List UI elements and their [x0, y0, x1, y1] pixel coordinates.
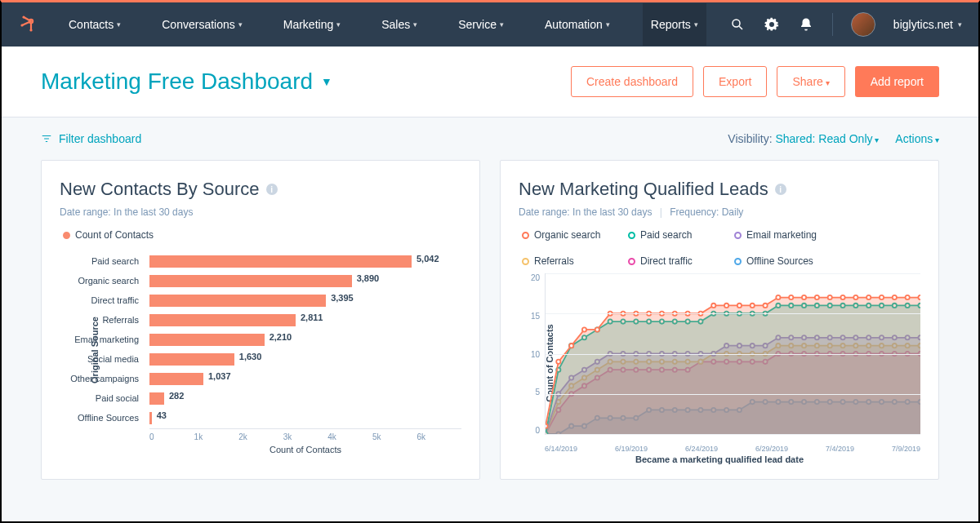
chevron-down-icon: ▾: [606, 20, 610, 29]
svg-point-159: [582, 327, 586, 331]
x-tick: 6/14/2019: [545, 445, 577, 453]
bar-value-label: 3,395: [331, 293, 354, 303]
bar-value-label: 2,210: [270, 332, 292, 342]
svg-point-160: [595, 327, 599, 331]
x-tick: 6/29/2019: [755, 445, 788, 453]
bar-category-label: Organic search: [60, 276, 145, 286]
account-switcher[interactable]: biglytics.net▾: [893, 18, 962, 31]
add-report-button[interactable]: Add report: [855, 66, 939, 97]
bar-category-label: Paid social: [60, 393, 145, 403]
card-title: New Marketing Qualified Leads i: [519, 179, 920, 200]
nav-divider: [832, 13, 833, 36]
bar-row: Direct traffic3,395: [149, 291, 461, 309]
actions-dropdown[interactable]: Actions: [895, 132, 939, 145]
y-tick: 15: [531, 312, 540, 321]
bar-category-label: Social media: [60, 354, 145, 364]
visibility-dropdown[interactable]: Shared: Read Only: [775, 132, 879, 145]
chevron-down-icon: ▾: [117, 20, 121, 29]
bar-category-label: Other campaigns: [60, 374, 145, 383]
x-tick: 6k: [416, 432, 461, 441]
bar-category-label: Paid search: [60, 256, 145, 266]
bar-value-label: 3,890: [357, 273, 380, 283]
bar-row: Email marketing2,210: [149, 330, 461, 348]
y-tick: 0: [535, 426, 540, 435]
bar-category-label: Direct traffic: [60, 295, 145, 305]
svg-point-183: [893, 295, 897, 299]
legend-item[interactable]: Organic search: [522, 229, 612, 241]
dashboard-title-dropdown[interactable]: Marketing Free Dashboard ▼: [41, 69, 332, 95]
svg-point-178: [828, 295, 832, 299]
svg-point-170: [724, 304, 728, 308]
bar-category-label: Offline Sources: [60, 413, 145, 423]
svg-point-171: [737, 304, 742, 308]
x-tick: 6/24/2019: [685, 445, 718, 453]
chevron-down-icon: ▾: [500, 20, 504, 29]
y-tick: 10: [531, 350, 540, 359]
chevron-down-icon: ▾: [238, 20, 243, 29]
chevron-down-icon: ▾: [413, 20, 417, 29]
top-navigation: Contacts▾Conversations▾Marketing▾Sales▾S…: [2, 2, 978, 47]
y-tick: 20: [531, 273, 540, 282]
svg-point-4: [29, 29, 32, 31]
svg-point-181: [866, 295, 871, 299]
svg-point-174: [776, 295, 780, 299]
nav-item-marketing[interactable]: Marketing▾: [275, 3, 349, 46]
nav-item-sales[interactable]: Sales▾: [373, 3, 425, 46]
bar-value-label: 2,811: [301, 312, 323, 322]
x-tick: 7/4/2019: [826, 445, 854, 453]
svg-point-177: [815, 295, 819, 299]
card-meta: Date range: In the last 30 days | Freque…: [519, 206, 920, 218]
x-tick: 7/9/2019: [892, 445, 920, 453]
x-tick: 3k: [283, 432, 328, 441]
gear-icon[interactable]: [764, 16, 780, 33]
svg-point-156: [546, 424, 548, 428]
bar-row: Other campaigns1,037: [149, 370, 461, 388]
bar-value-label: 1,630: [239, 352, 262, 361]
hubspot-logo-icon[interactable]: [18, 15, 38, 34]
x-axis-label: Became a marketing qualified lead date: [519, 454, 920, 464]
share-button[interactable]: Share: [777, 66, 844, 97]
svg-point-172: [751, 304, 755, 308]
bar-row: Paid search5,042: [149, 252, 461, 270]
svg-point-158: [569, 343, 573, 348]
create-dashboard-button[interactable]: Create dashboard: [571, 66, 693, 97]
svg-point-179: [840, 295, 844, 299]
export-button[interactable]: Export: [703, 66, 767, 97]
nav-item-service[interactable]: Service▾: [450, 3, 512, 46]
svg-point-175: [789, 295, 793, 299]
legend-item[interactable]: Email marketing: [734, 229, 824, 241]
svg-point-180: [853, 295, 858, 299]
bar-row: Social media1,630: [149, 350, 461, 368]
nav-item-conversations[interactable]: Conversations▾: [154, 3, 251, 46]
bar-value-label: 5,042: [416, 254, 439, 264]
chevron-down-icon: ▾: [336, 20, 341, 29]
nav-item-contacts[interactable]: Contacts▾: [60, 3, 129, 46]
card-new-marketing-qualified-leads: New Marketing Qualified Leads i Date ran…: [500, 160, 939, 480]
x-tick: 1k: [194, 432, 239, 441]
svg-point-184: [906, 295, 910, 299]
legend-item[interactable]: Paid search: [628, 229, 718, 241]
visibility-label: Visibility: Shared: Read Only: [728, 132, 879, 145]
svg-point-157: [556, 360, 560, 364]
info-icon[interactable]: i: [266, 184, 278, 195]
legend-item[interactable]: Referrals: [522, 255, 612, 267]
svg-point-169: [711, 304, 715, 308]
chart-legend: Count of Contacts: [63, 229, 461, 241]
nav-item-reports[interactable]: Reports▾: [643, 3, 706, 46]
legend-item[interactable]: Direct traffic: [628, 255, 718, 267]
bar-row: Offline Sources43: [149, 409, 461, 427]
legend-item[interactable]: Offline Sources: [734, 255, 824, 267]
bar-value-label: 282: [169, 391, 184, 401]
avatar[interactable]: [851, 12, 875, 37]
filter-dashboard-link[interactable]: Filter dashboard: [41, 132, 141, 145]
bar-value-label: 43: [157, 410, 167, 420]
bar-category-label: Email marketing: [60, 335, 145, 344]
nav-item-automation[interactable]: Automation▾: [537, 3, 618, 46]
info-icon[interactable]: i: [775, 184, 786, 195]
search-icon[interactable]: [729, 16, 746, 33]
svg-point-185: [918, 295, 920, 299]
filter-icon: [41, 133, 52, 144]
x-tick: 5k: [372, 432, 417, 441]
x-tick: 6/19/2019: [615, 445, 648, 453]
bell-icon[interactable]: [798, 16, 814, 33]
